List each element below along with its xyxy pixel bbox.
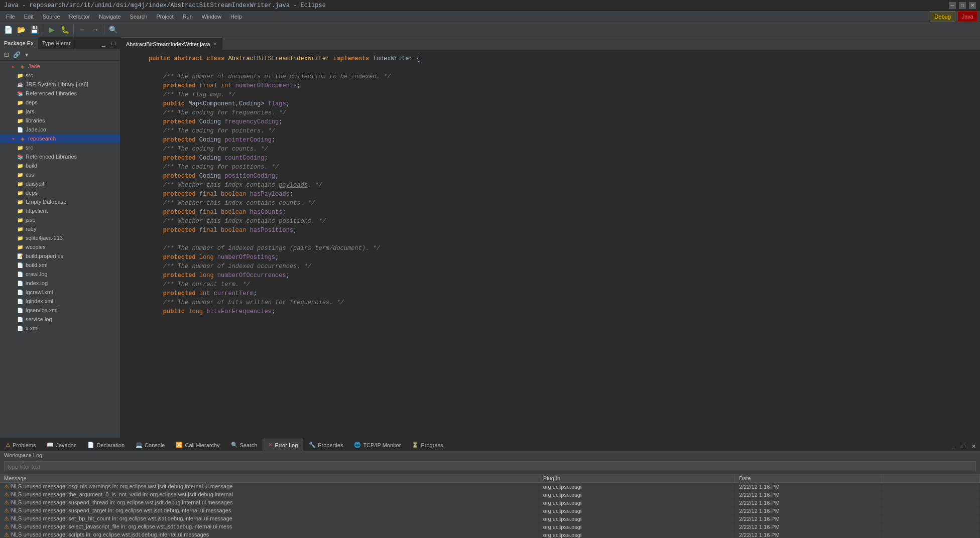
- log-table-row[interactable]: ⚠NLS unused message: suspend_target in: …: [0, 507, 980, 515]
- tree-item-reposearch[interactable]: ▾ ◈ reposearch: [0, 134, 120, 143]
- tab-console[interactable]: 💻 Console: [130, 439, 170, 451]
- repo-sqlite-icon: 📁: [16, 234, 24, 242]
- log-table-row[interactable]: ⚠NLS unused message: suspend_thread in: …: [0, 499, 980, 507]
- close-bottom-button[interactable]: ✕: [969, 442, 978, 451]
- log-table-row[interactable]: ⚠NLS unused message: scripts in: org.ecl…: [0, 531, 980, 539]
- editor-content[interactable]: public abstract class AbstractBitStreamI…: [120, 50, 980, 438]
- problems-icon: ⚠: [6, 442, 11, 448]
- tree-item-repo-css[interactable]: 📁 css: [0, 170, 120, 179]
- menu-source[interactable]: Source: [39, 11, 64, 22]
- tree-item-jade-src[interactable]: 📁 src: [0, 71, 120, 80]
- java-perspective-button[interactable]: Java: [957, 11, 978, 22]
- menu-project[interactable]: Project: [152, 11, 177, 22]
- save-button[interactable]: 💾: [28, 24, 40, 36]
- tree-item-repo-deps[interactable]: 📁 deps: [0, 188, 120, 197]
- tab-properties[interactable]: 🔧 Properties: [303, 439, 348, 451]
- minimize-sidebar-button[interactable]: _: [99, 39, 108, 48]
- tab-call-hierarchy[interactable]: 🔀 Call Hierarchy: [170, 439, 225, 451]
- tree-item-repo-daisydiff[interactable]: 📁 daisydiff: [0, 179, 120, 188]
- maximize-bottom-button[interactable]: □: [959, 442, 968, 451]
- tree-item-build-xml[interactable]: 📄 build.xml: [0, 260, 120, 270]
- tree-item-repo-emptydb[interactable]: 📁 Empty Database: [0, 197, 120, 206]
- forward-button[interactable]: →: [89, 24, 101, 36]
- tree-item-repo-sqlite[interactable]: 📁 sqlite4java-213: [0, 233, 120, 242]
- tree-item-repo-httpclient[interactable]: 📁 httpclient: [0, 206, 120, 215]
- tab-progress[interactable]: ⏳ Progress: [406, 439, 448, 451]
- menu-search[interactable]: Search: [126, 11, 152, 22]
- log-extra-cell: [882, 507, 979, 515]
- tree-item-repo-refs[interactable]: 📚 Referenced Libraries: [0, 152, 120, 161]
- sidebar-tree[interactable]: ▸ ◈ Jade 📁 src ☕ JRE System Library [jre…: [0, 61, 120, 438]
- menu-help[interactable]: Help: [226, 11, 246, 22]
- x-xml-icon: 📄: [16, 324, 24, 332]
- search-button[interactable]: 🔍: [107, 24, 119, 36]
- repo-ruby-icon: 📁: [16, 225, 24, 233]
- tree-item-repo-build[interactable]: 📁 build: [0, 161, 120, 170]
- editor-tab-main[interactable]: AbstractBitStreamIndexWriter.java ✕: [120, 38, 222, 50]
- menu-refactor[interactable]: Refactor: [65, 11, 94, 22]
- collapse-all-button[interactable]: ⊟: [2, 50, 11, 59]
- tree-item-jre[interactable]: ☕ JRE System Library [jre6]: [0, 80, 120, 89]
- tab-javadoc[interactable]: 📖 Javadoc: [41, 439, 82, 451]
- close-button[interactable]: ✕: [969, 2, 976, 9]
- maximize-button[interactable]: □: [959, 2, 966, 9]
- code-line-3: /** The number of documents of the colle…: [149, 72, 976, 81]
- declaration-icon: 📄: [87, 442, 94, 448]
- link-editor-button[interactable]: 🔗: [12, 50, 21, 59]
- menu-edit[interactable]: Edit: [20, 11, 38, 22]
- tab-package-explorer[interactable]: Package Ex: [0, 37, 38, 49]
- log-extra-cell: [882, 483, 979, 491]
- log-table-row[interactable]: ⚠NLS unused message: select_javascript_f…: [0, 523, 980, 531]
- tree-item-crawl-log[interactable]: 📄 crawl.log: [0, 270, 120, 279]
- editor-tab-close[interactable]: ✕: [213, 41, 217, 47]
- log-message-cell: ⚠NLS unused message: suspend_target in: …: [0, 507, 539, 515]
- tree-item-jade[interactable]: ▸ ◈ Jade: [0, 62, 120, 71]
- log-table-row[interactable]: ⚠NLS unused message: osgi.nls.warnings i…: [0, 483, 980, 491]
- tree-item-x-xml[interactable]: 📄 x.xml: [0, 324, 120, 333]
- tree-item-lgindex-xml[interactable]: 📄 lgindex.xml: [0, 297, 120, 306]
- tree-item-lgservice-xml[interactable]: 📄 lgservice.xml: [0, 306, 120, 315]
- log-date-cell: 2/22/12 1:16 PM: [735, 531, 882, 539]
- tab-tcpip-monitor[interactable]: 🌐 TCP/IP Monitor: [348, 439, 406, 451]
- tree-item-index-log[interactable]: 📄 index.log: [0, 279, 120, 288]
- menu-run[interactable]: Run: [179, 11, 197, 22]
- tree-item-lgcrawl-xml[interactable]: 📄 lgcrawl.xml: [0, 288, 120, 297]
- tab-declaration[interactable]: 📄 Declaration: [82, 439, 130, 451]
- log-table-row[interactable]: ⚠NLS unused message: set_bp_hit_count in…: [0, 515, 980, 523]
- new-button[interactable]: 📄: [2, 24, 14, 36]
- minimize-button[interactable]: ─: [949, 2, 956, 9]
- tab-type-hierarchy[interactable]: Type Hierar: [38, 37, 75, 49]
- filter-input[interactable]: [4, 461, 976, 472]
- code-line-26: /** The current term. */: [149, 280, 976, 289]
- tree-item-jade-refs[interactable]: 📚 Referenced Libraries: [0, 89, 120, 98]
- code-line-28: /** The number of bits written for frequ…: [149, 298, 976, 307]
- debug-button[interactable]: 🐛: [59, 24, 71, 36]
- debug-perspective-button[interactable]: Debug: [930, 11, 955, 22]
- tree-item-repo-wcopies[interactable]: 📁 wcopies: [0, 242, 120, 251]
- maximize-sidebar-button[interactable]: □: [109, 39, 118, 48]
- tab-error-log[interactable]: ✕ Error Log: [263, 439, 303, 451]
- log-message-cell: ⚠NLS unused message: osgi.nls.warnings i…: [0, 483, 539, 491]
- tab-problems[interactable]: ⚠ Problems: [0, 439, 41, 451]
- repo-deps-icon: 📁: [16, 189, 24, 197]
- tree-item-jade-jars[interactable]: 📁 jars: [0, 107, 120, 116]
- tree-item-repo-ruby[interactable]: 📁 ruby: [0, 224, 120, 233]
- tree-item-jade-ico[interactable]: 📄 Jade.ico: [0, 125, 120, 134]
- sidebar-menu-button[interactable]: ▾: [22, 50, 31, 59]
- menu-navigate[interactable]: Navigate: [95, 11, 125, 22]
- editor-tabs: AbstractBitStreamIndexWriter.java ✕: [120, 37, 980, 50]
- tree-item-jade-libraries[interactable]: 📁 libraries: [0, 116, 120, 125]
- log-table-row[interactable]: ⚠NLS unused message: the_argument_0_is_n…: [0, 491, 980, 499]
- tab-search[interactable]: 🔍 Search: [225, 439, 263, 451]
- tree-item-build-properties[interactable]: 📝 build.properties: [0, 251, 120, 260]
- back-button[interactable]: ←: [76, 24, 88, 36]
- tree-item-service-log[interactable]: 📄 service.log: [0, 315, 120, 324]
- tree-item-repo-jsse[interactable]: 📁 jsse: [0, 215, 120, 224]
- menu-window[interactable]: Window: [198, 11, 225, 22]
- menu-file[interactable]: File: [2, 11, 19, 22]
- run-button[interactable]: ▶: [46, 24, 58, 36]
- tree-item-jade-deps[interactable]: 📁 deps: [0, 98, 120, 107]
- open-button[interactable]: 📂: [15, 24, 27, 36]
- tree-item-repo-src[interactable]: 📁 src: [0, 143, 120, 152]
- minimize-bottom-button[interactable]: _: [949, 442, 958, 451]
